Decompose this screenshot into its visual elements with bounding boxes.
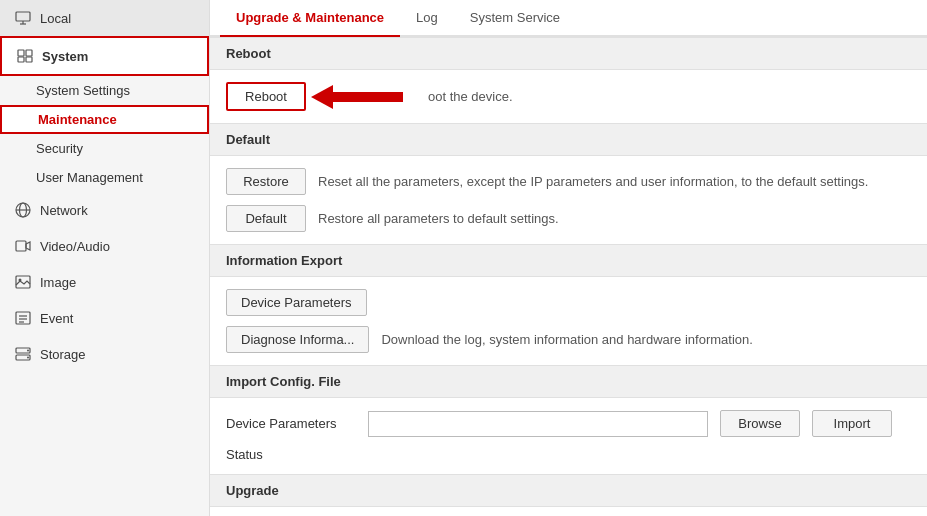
default-button[interactable]: Default xyxy=(226,205,306,232)
restore-button[interactable]: Restore xyxy=(226,168,306,195)
svg-rect-10 xyxy=(16,241,26,251)
svg-point-21 xyxy=(27,357,29,359)
import-browse-button[interactable]: Browse xyxy=(720,410,800,437)
network-icon xyxy=(14,201,32,219)
default-row: Default Restore all parameters to defaul… xyxy=(226,205,911,232)
monitor-icon xyxy=(14,9,32,27)
import-device-params-label: Device Parameters xyxy=(226,416,356,431)
sidebar-item-local[interactable]: Local xyxy=(0,0,209,36)
svg-marker-11 xyxy=(26,242,30,250)
import-device-params-row: Device Parameters Browse Import xyxy=(226,410,911,437)
import-status-row: Status xyxy=(226,447,911,462)
reboot-row: Reboot oot the device. xyxy=(226,82,911,111)
import-status-label: Status xyxy=(226,447,356,462)
storage-icon xyxy=(14,345,32,363)
svg-rect-6 xyxy=(26,57,32,62)
sidebar-item-maintenance[interactable]: Maintenance xyxy=(0,105,209,134)
sidebar-item-local-label: Local xyxy=(40,11,71,26)
svg-rect-5 xyxy=(18,57,24,62)
content-area: Reboot Reboot oot the device. Default Re… xyxy=(210,37,927,516)
info-export-section-body: Device Parameters Diagnose Informa... Do… xyxy=(210,277,927,365)
import-device-params-input[interactable] xyxy=(368,411,708,437)
tab-log[interactable]: Log xyxy=(400,0,454,37)
reboot-section-header: Reboot xyxy=(210,37,927,70)
reboot-button[interactable]: Reboot xyxy=(226,82,306,111)
device-params-row: Device Parameters xyxy=(226,289,911,316)
diagnose-button[interactable]: Diagnose Informa... xyxy=(226,326,369,353)
svg-rect-3 xyxy=(18,50,24,56)
reboot-arrow-annotation xyxy=(311,85,403,109)
main-content: Upgrade & Maintenance Log System Service… xyxy=(210,0,927,516)
restore-description: Reset all the parameters, except the IP … xyxy=(318,174,868,189)
restore-row: Restore Reset all the parameters, except… xyxy=(226,168,911,195)
tabs-bar: Upgrade & Maintenance Log System Service xyxy=(210,0,927,37)
upgrade-section-body: Firmware Browse Upgrade Status xyxy=(210,507,927,516)
tab-upgrade-maintenance[interactable]: Upgrade & Maintenance xyxy=(220,0,400,37)
device-parameters-button[interactable]: Device Parameters xyxy=(226,289,367,316)
sidebar-user-management-label: User Management xyxy=(36,170,143,185)
reboot-section-body: Reboot oot the device. xyxy=(210,70,927,123)
sidebar-item-system-label: System xyxy=(42,49,88,64)
svg-rect-4 xyxy=(26,50,32,56)
svg-rect-0 xyxy=(16,12,30,21)
system-icon xyxy=(16,47,34,65)
sidebar-video-audio-label: Video/Audio xyxy=(40,239,110,254)
event-icon xyxy=(14,309,32,327)
sidebar-item-image[interactable]: Image xyxy=(0,264,209,300)
default-section-body: Restore Reset all the parameters, except… xyxy=(210,156,927,244)
sidebar-item-storage[interactable]: Storage xyxy=(0,336,209,372)
sidebar-item-video-audio[interactable]: Video/Audio xyxy=(0,228,209,264)
sidebar-item-event[interactable]: Event xyxy=(0,300,209,336)
diagnose-row: Diagnose Informa... Download the log, sy… xyxy=(226,326,911,353)
sidebar-item-security[interactable]: Security xyxy=(0,134,209,163)
diagnose-description: Download the log, system information and… xyxy=(381,332,752,347)
tab-system-service[interactable]: System Service xyxy=(454,0,576,37)
info-export-section-header: Information Export xyxy=(210,244,927,277)
sidebar-maintenance-label: Maintenance xyxy=(38,112,117,127)
sidebar-item-user-management[interactable]: User Management xyxy=(0,163,209,192)
sidebar-item-network[interactable]: Network xyxy=(0,192,209,228)
default-description: Restore all parameters to default settin… xyxy=(318,211,559,226)
sidebar: Local System System Settings Maintenance… xyxy=(0,0,210,516)
sidebar-item-system[interactable]: System xyxy=(0,36,209,76)
sidebar-event-label: Event xyxy=(40,311,73,326)
sidebar-storage-label: Storage xyxy=(40,347,86,362)
image-icon xyxy=(14,273,32,291)
import-button[interactable]: Import xyxy=(812,410,892,437)
upgrade-section-header: Upgrade xyxy=(210,474,927,507)
video-icon xyxy=(14,237,32,255)
sidebar-network-label: Network xyxy=(40,203,88,218)
sidebar-image-label: Image xyxy=(40,275,76,290)
sidebar-item-system-settings[interactable]: System Settings xyxy=(0,76,209,105)
import-config-section-header: Import Config. File xyxy=(210,365,927,398)
import-config-section-body: Device Parameters Browse Import Status xyxy=(210,398,927,474)
sidebar-system-settings-label: System Settings xyxy=(36,83,130,98)
svg-point-20 xyxy=(27,350,29,352)
reboot-description: oot the device. xyxy=(428,89,513,104)
default-section-header: Default xyxy=(210,123,927,156)
sidebar-security-label: Security xyxy=(36,141,83,156)
